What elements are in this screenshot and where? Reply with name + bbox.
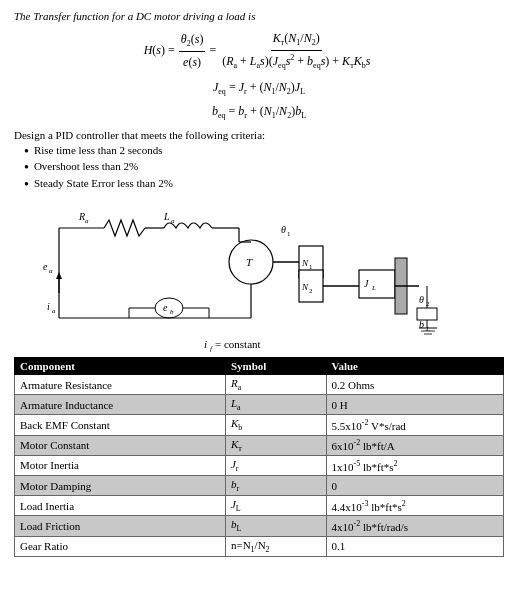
component-value: 0.2 Ohms	[326, 375, 504, 395]
svg-text:a: a	[52, 307, 56, 315]
svg-text:b: b	[170, 308, 174, 316]
fraction-theta: θ2(s) e(s)	[179, 29, 206, 72]
svg-text:= constant: = constant	[215, 338, 261, 350]
component-name: Load Friction	[15, 516, 226, 536]
bullet-icon: •	[24, 144, 29, 159]
equation-block: H(s) = θ2(s) e(s) = Kт(N1/N2) (Ra + Las)…	[14, 28, 504, 123]
table-row: Motor Inertia Jr 1x10-5 lb*ft*s2	[15, 455, 504, 475]
table-section: Component Symbol Value Armature Resistan…	[14, 357, 504, 557]
svg-text:θ: θ	[419, 294, 424, 305]
svg-text:e: e	[163, 302, 168, 313]
criteria-list: • Rise time less than 2 seconds • Oversh…	[14, 144, 504, 192]
component-value: 5.5x10-2 V*s/rad	[326, 415, 504, 435]
svg-marker-17	[56, 272, 62, 279]
table-row: Motor Constant Kт 6x10-2 lb*ft/A	[15, 435, 504, 455]
circuit-diagram: R a L a T e a	[14, 198, 504, 353]
table-row: Armature Inductance La 0 H	[15, 395, 504, 415]
component-symbol: La	[225, 395, 326, 415]
table-row: Back EMF Constant Kb 5.5x10-2 V*s/rad	[15, 415, 504, 435]
svg-text:θ: θ	[281, 224, 286, 235]
component-symbol: Kb	[225, 415, 326, 435]
criteria-section: Design a PID controller that meets the f…	[14, 129, 504, 192]
component-value: 4x10-2 lb*ft/rad/s	[326, 516, 504, 536]
component-symbol: br	[225, 476, 326, 496]
svg-text:L: L	[163, 211, 170, 222]
table-row: Load Friction bL 4x10-2 lb*ft/rad/s	[15, 516, 504, 536]
criteria-title: Design a PID controller that meets the f…	[14, 129, 504, 141]
component-name: Motor Inertia	[15, 455, 226, 475]
component-name: Motor Constant	[15, 435, 226, 455]
svg-text:i: i	[47, 301, 50, 312]
bullet-icon: •	[24, 177, 29, 192]
table-row: Armature Resistance Ra 0.2 Ohms	[15, 375, 504, 395]
component-value: 6x10-2 lb*ft/A	[326, 435, 504, 455]
component-name: Motor Damping	[15, 476, 226, 496]
list-item: • Steady State Error less than 2%	[24, 177, 504, 192]
svg-text:2: 2	[309, 287, 313, 295]
hs-label: H(s) =	[144, 40, 175, 60]
svg-text:L: L	[371, 284, 376, 292]
component-value: 0.1	[326, 536, 504, 556]
table-row: Gear Ratio n=N1/N2 0.1	[15, 536, 504, 556]
component-name: Armature Inductance	[15, 395, 226, 415]
svg-text:i: i	[204, 338, 207, 350]
svg-text:1: 1	[287, 230, 291, 238]
list-item: • Overshoot less than 2%	[24, 160, 504, 175]
svg-text:e: e	[43, 261, 48, 272]
svg-point-20	[155, 298, 183, 318]
fraction-transfer: Kт(N1/N2) (Ra + Las)(Jeqs2 + beqs) + KтK…	[220, 28, 372, 73]
svg-text:T: T	[246, 256, 253, 268]
component-value: 0	[326, 476, 504, 496]
svg-text:f: f	[210, 345, 213, 353]
component-symbol: n=N1/N2	[225, 536, 326, 556]
beq-equation: beq = br + (N1/N2)bL	[212, 101, 306, 123]
list-item: • Rise time less than 2 seconds	[24, 144, 504, 159]
component-name: Load Inertia	[15, 496, 226, 516]
jeq-equation: Jeq = Jr + (N1/N2)JL	[213, 77, 305, 99]
svg-text:J: J	[364, 278, 369, 289]
component-symbol: Ra	[225, 375, 326, 395]
equals-sign: =	[209, 40, 216, 60]
components-table: Component Symbol Value Armature Resistan…	[14, 357, 504, 557]
component-name: Gear Ratio	[15, 536, 226, 556]
col-header-component: Component	[15, 358, 226, 375]
component-symbol: Jr	[225, 455, 326, 475]
intro-text: The Transfer function for a DC motor dri…	[14, 10, 504, 22]
component-value: 0 H	[326, 395, 504, 415]
table-row: Load Inertia JL 4.4x10-3 lb*ft*s2	[15, 496, 504, 516]
svg-text:a: a	[85, 217, 89, 225]
component-value: 4.4x10-3 lb*ft*s2	[326, 496, 504, 516]
svg-text:N: N	[301, 282, 309, 292]
component-value: 1x10-5 lb*ft*s2	[326, 455, 504, 475]
svg-text:a: a	[49, 267, 53, 275]
svg-text:N: N	[301, 258, 309, 268]
circuit-svg: R a L a T e a	[29, 198, 489, 353]
table-row: Motor Damping br 0	[15, 476, 504, 496]
col-header-value: Value	[326, 358, 504, 375]
col-header-symbol: Symbol	[225, 358, 326, 375]
component-symbol: bL	[225, 516, 326, 536]
component-symbol: Kт	[225, 435, 326, 455]
component-symbol: JL	[225, 496, 326, 516]
bullet-icon: •	[24, 160, 29, 175]
component-name: Armature Resistance	[15, 375, 226, 395]
component-name: Back EMF Constant	[15, 415, 226, 435]
